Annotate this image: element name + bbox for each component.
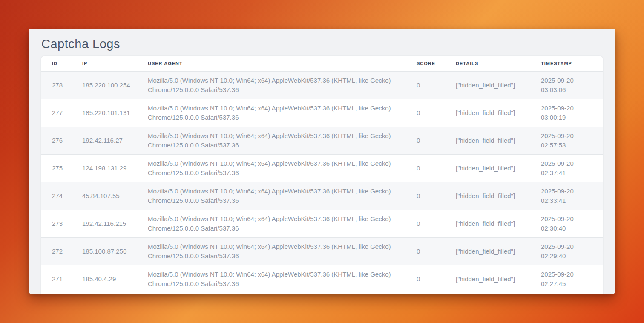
cell-score: 0 [406, 155, 445, 182]
cell-id: 277 [41, 99, 72, 127]
column-header-ip: IP [72, 56, 137, 72]
cell-ip: 185.220.101.131 [72, 99, 137, 127]
column-header-id: ID [41, 56, 72, 72]
cell-score: 0 [406, 99, 445, 127]
table-row: 271 185.40.4.29 Mozilla/5.0 (Windows NT … [41, 265, 603, 293]
cell-id: 273 [41, 210, 72, 238]
logs-table-container: ID IP USER AGENT SCORE DETAILS TIMESTAMP… [41, 56, 603, 294]
cell-details: ["hidden_field_filled"] [445, 72, 530, 99]
table-body: 278 185.220.100.254 Mozilla/5.0 (Windows… [41, 72, 603, 293]
cell-score: 0 [406, 238, 445, 265]
cell-details: ["hidden_field_filled"] [445, 155, 530, 182]
cell-user-agent: Mozilla/5.0 (Windows NT 10.0; Win64; x64… [137, 72, 406, 99]
cell-ip: 192.42.116.215 [72, 210, 137, 238]
table-row: 276 192.42.116.27 Mozilla/5.0 (Windows N… [41, 127, 603, 155]
table-row: 274 45.84.107.55 Mozilla/5.0 (Windows NT… [41, 182, 603, 210]
cell-score: 0 [406, 210, 445, 238]
captcha-logs-table: ID IP USER AGENT SCORE DETAILS TIMESTAMP… [41, 56, 603, 293]
table-row: 273 192.42.116.215 Mozilla/5.0 (Windows … [41, 210, 603, 238]
cell-score: 0 [406, 182, 445, 210]
cell-id: 271 [41, 265, 72, 293]
cell-id: 275 [41, 155, 72, 182]
cell-user-agent: Mozilla/5.0 (Windows NT 10.0; Win64; x64… [137, 265, 406, 293]
cell-score: 0 [406, 265, 445, 293]
table-header-row: ID IP USER AGENT SCORE DETAILS TIMESTAMP [41, 56, 603, 72]
cell-ip: 185.100.87.250 [72, 238, 137, 265]
cell-details: ["hidden_field_filled"] [445, 210, 530, 238]
table-row: 275 124.198.131.29 Mozilla/5.0 (Windows … [41, 155, 603, 182]
cell-user-agent: Mozilla/5.0 (Windows NT 10.0; Win64; x64… [137, 238, 406, 265]
cell-id: 272 [41, 238, 72, 265]
cell-timestamp: 2025-09-20 02:37:41 [530, 155, 603, 182]
cell-timestamp: 2025-09-20 02:57:53 [530, 127, 603, 155]
captcha-logs-card: Captcha Logs ID IP USER AGENT SCORE DETA… [29, 29, 615, 294]
cell-details: ["hidden_field_filled"] [445, 182, 530, 210]
cell-ip: 45.84.107.55 [72, 182, 137, 210]
cell-details: ["hidden_field_filled"] [445, 265, 530, 293]
column-header-user-agent: USER AGENT [137, 56, 406, 72]
cell-ip: 192.42.116.27 [72, 127, 137, 155]
cell-details: ["hidden_field_filled"] [445, 238, 530, 265]
column-header-details: DETAILS [445, 56, 530, 72]
cell-score: 0 [406, 127, 445, 155]
page-title: Captcha Logs [41, 36, 603, 52]
cell-user-agent: Mozilla/5.0 (Windows NT 10.0; Win64; x64… [137, 127, 406, 155]
cell-id: 274 [41, 182, 72, 210]
table-row: 278 185.220.100.254 Mozilla/5.0 (Windows… [41, 72, 603, 99]
cell-details: ["hidden_field_filled"] [445, 99, 530, 127]
app-background: { "page": { "title": "Captcha Logs" }, "… [0, 0, 644, 323]
cell-user-agent: Mozilla/5.0 (Windows NT 10.0; Win64; x64… [137, 210, 406, 238]
cell-ip: 185.40.4.29 [72, 265, 137, 293]
cell-id: 276 [41, 127, 72, 155]
table-row: 272 185.100.87.250 Mozilla/5.0 (Windows … [41, 238, 603, 265]
table-row: 277 185.220.101.131 Mozilla/5.0 (Windows… [41, 99, 603, 127]
cell-id: 278 [41, 72, 72, 99]
cell-ip: 185.220.100.254 [72, 72, 137, 99]
column-header-timestamp: TIMESTAMP [530, 56, 603, 72]
cell-user-agent: Mozilla/5.0 (Windows NT 10.0; Win64; x64… [137, 182, 406, 210]
cell-details: ["hidden_field_filled"] [445, 127, 530, 155]
column-header-score: SCORE [406, 56, 445, 72]
cell-ip: 124.198.131.29 [72, 155, 137, 182]
cell-timestamp: 2025-09-20 02:33:41 [530, 182, 603, 210]
cell-timestamp: 2025-09-20 03:03:06 [530, 72, 603, 99]
cell-score: 0 [406, 72, 445, 99]
cell-user-agent: Mozilla/5.0 (Windows NT 10.0; Win64; x64… [137, 99, 406, 127]
cell-timestamp: 2025-09-20 03:00:19 [530, 99, 603, 127]
cell-timestamp: 2025-09-20 02:27:45 [530, 265, 603, 293]
cell-timestamp: 2025-09-20 02:29:40 [530, 238, 603, 265]
cell-timestamp: 2025-09-20 02:30:40 [530, 210, 603, 238]
cell-user-agent: Mozilla/5.0 (Windows NT 10.0; Win64; x64… [137, 155, 406, 182]
